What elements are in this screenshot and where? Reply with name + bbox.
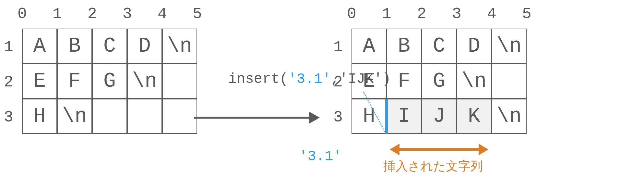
grid-cell: B (57, 29, 92, 64)
range-arrow-icon (390, 144, 488, 155)
col-label: 5 (193, 5, 202, 23)
grid-cell: G (422, 64, 457, 99)
grid-cell: H (22, 99, 57, 134)
grid-cell: D (457, 29, 492, 64)
grid-cell: F (387, 64, 422, 99)
insert-caption: 挿入された文字列 (383, 158, 483, 174)
grid-cell: G (92, 64, 127, 99)
col-label: 2 (88, 5, 97, 23)
col-label: 3 (123, 5, 132, 23)
grid-cell: F (57, 64, 92, 99)
row-label: 1 (4, 38, 13, 56)
grid-cell: J (422, 99, 457, 134)
grid-cell (92, 99, 127, 134)
fn-arg-str: 'IJK' (340, 71, 382, 87)
row-label: 1 (333, 38, 343, 56)
grid-cell: C (92, 29, 127, 64)
grid-cell: K (457, 99, 492, 134)
col-label: 1 (53, 5, 62, 23)
col-label: 4 (487, 5, 496, 23)
grid-cell: B (387, 29, 422, 64)
col-label: 5 (522, 5, 531, 23)
grid-cell: H (352, 99, 387, 134)
operation-group: insert('3.1','IJK') (194, 55, 337, 124)
grid-cell: \n (457, 64, 492, 99)
row-label: 3 (4, 109, 13, 126)
position-label: '3.1' (299, 148, 342, 164)
col-label: 0 (18, 5, 27, 23)
col-label: 3 (452, 5, 461, 23)
col-label: 2 (417, 5, 426, 23)
grid-cell: E (22, 64, 57, 99)
grid-cell (162, 64, 197, 99)
grid-cell: \n (492, 99, 527, 134)
grid-cell (162, 99, 197, 134)
grid-cell: \n (127, 64, 162, 99)
operation-code: insert('3.1','IJK') (194, 55, 337, 103)
fn-arg-pos: '3.1' (288, 71, 331, 87)
col-label: 0 (347, 5, 356, 23)
grid-cell (492, 64, 527, 99)
grid-cell: \n (492, 29, 527, 64)
row-label: 2 (4, 73, 13, 91)
fn-name: insert (228, 71, 280, 87)
grid-cell: A (352, 29, 387, 64)
grid-cell: \n (162, 29, 197, 64)
grid-cell: D (127, 29, 162, 64)
grid-cell: I (387, 99, 422, 134)
grid-cell: A (22, 29, 57, 64)
grid-cell: C (422, 29, 457, 64)
grid-cell: \n (57, 99, 92, 134)
col-label: 1 (382, 5, 391, 23)
col-label: 4 (158, 5, 167, 23)
insertion-caret (385, 99, 388, 134)
arrow-right-icon (194, 111, 337, 124)
grid-cell (127, 99, 162, 134)
